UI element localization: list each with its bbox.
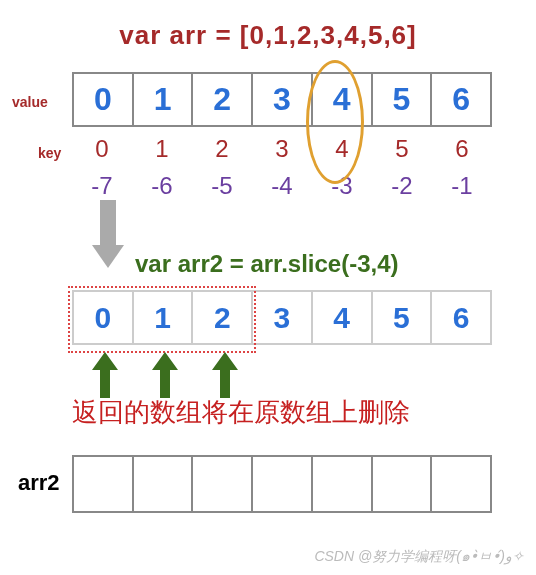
empty-cell [192, 456, 252, 512]
arr2-table [72, 455, 492, 513]
neg-cell: -7 [72, 172, 132, 200]
key-cell: 2 [192, 135, 252, 163]
neg-cell: -1 [432, 172, 492, 200]
up-arrow-icon [210, 350, 240, 400]
arr-value-table: 0 1 2 3 4 5 6 [72, 72, 492, 127]
slice-cell: 3 [252, 291, 312, 344]
key-cell: 5 [372, 135, 432, 163]
empty-cell [133, 456, 193, 512]
up-arrow-icon [150, 350, 180, 400]
arr2-label: arr2 [18, 470, 60, 496]
returned-highlight-box [68, 286, 256, 353]
declaration-code: var arr = [0,1,2,3,4,5,6] [0, 20, 536, 51]
watermark: CSDN @努力学编程呀(๑•̀ㅂ•́)و✧ [314, 545, 524, 567]
key-cell: 1 [132, 135, 192, 163]
arr-cell: 5 [372, 73, 432, 126]
highlight-oval [306, 60, 364, 184]
empty-cell [252, 456, 312, 512]
empty-cell [312, 456, 372, 512]
negative-index-row: -7 -6 -5 -4 -3 -2 -1 [72, 172, 492, 200]
arr-cell: 1 [133, 73, 193, 126]
caption-text: 返回的数组将在原数组上删除 [72, 395, 410, 430]
slice-cell: 6 [431, 291, 491, 344]
svg-marker-2 [92, 352, 118, 398]
svg-marker-4 [212, 352, 238, 398]
key-cell: 6 [432, 135, 492, 163]
svg-rect-0 [100, 200, 116, 245]
arr-cell: 0 [73, 73, 133, 126]
key-cell: 3 [252, 135, 312, 163]
arr-cell: 6 [431, 73, 491, 126]
down-arrow-icon [88, 200, 128, 270]
neg-cell: -6 [132, 172, 192, 200]
neg-cell: -4 [252, 172, 312, 200]
neg-cell: -2 [372, 172, 432, 200]
svg-marker-1 [92, 245, 124, 268]
up-arrow-icon [90, 350, 120, 400]
slice-cell: 5 [372, 291, 432, 344]
empty-cell [372, 456, 432, 512]
key-cell: 0 [72, 135, 132, 163]
arr-cell: 2 [192, 73, 252, 126]
value-label: value [12, 94, 48, 110]
svg-marker-3 [152, 352, 178, 398]
neg-cell: -5 [192, 172, 252, 200]
arr-cell: 3 [252, 73, 312, 126]
slice-cell: 4 [312, 291, 372, 344]
empty-cell [431, 456, 491, 512]
slice-code: var arr2 = arr.slice(-3,4) [135, 250, 399, 278]
empty-cell [73, 456, 133, 512]
key-label: key [38, 145, 61, 161]
positive-index-row: 0 1 2 3 4 5 6 [72, 135, 492, 163]
